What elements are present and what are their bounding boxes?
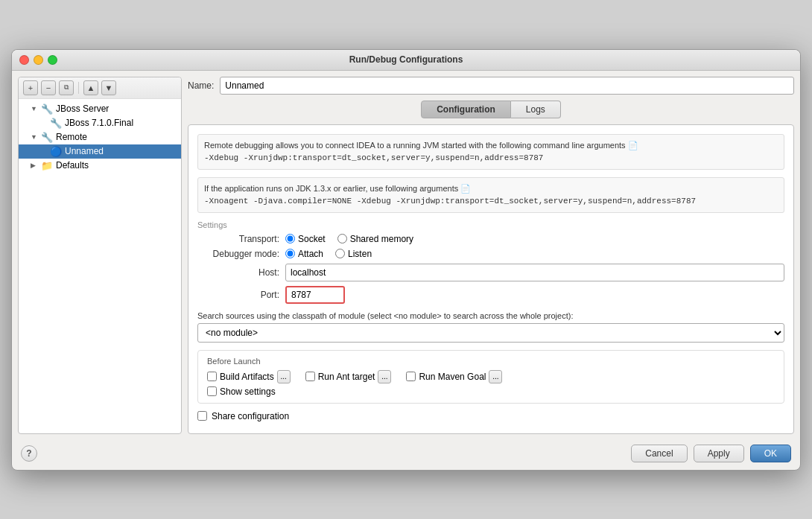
sidebar-item-label: Defaults: [56, 160, 89, 171]
window-title: Run/Debug Configurations: [349, 54, 463, 65]
toolbar-separator: [78, 82, 79, 94]
run-maven-goal-checkbox[interactable]: [406, 372, 416, 381]
transport-sharedmem-radio[interactable]: [337, 234, 347, 243]
show-settings-checkbox[interactable]: [207, 386, 217, 396]
debugger-attach-radio[interactable]: [285, 249, 295, 258]
name-row: Name:: [188, 77, 794, 95]
sidebar-item-remote[interactable]: ▼ 🔧 Remote: [19, 130, 181, 144]
unnamed-icon: 🔵: [50, 146, 62, 157]
debugger-attach-label: Attach: [298, 249, 323, 259]
sidebar-item-label: Unnamed: [65, 146, 104, 156]
build-artifacts-label: Build Artifacts: [220, 372, 274, 382]
tab-configuration[interactable]: Configuration: [421, 101, 511, 118]
build-artifacts-checkbox[interactable]: [207, 372, 217, 381]
settings-label: Settings: [197, 220, 784, 229]
expand-arrow: ▼: [31, 105, 38, 112]
sidebar-item-label: JBoss Server: [56, 104, 109, 114]
cancel-button[interactable]: Cancel: [631, 445, 687, 462]
sidebar-item-jboss-710[interactable]: 🔧 JBoss 7.1.0.Final: [19, 116, 181, 130]
main-panel: Name: Configuration Logs Remote debuggin…: [188, 77, 794, 434]
move-up-button[interactable]: ▲: [83, 80, 98, 95]
tab-logs[interactable]: Logs: [511, 101, 561, 118]
run-ant-target-label: Run Ant target: [318, 372, 375, 382]
maximize-button[interactable]: [48, 55, 57, 65]
action-buttons: Cancel Apply OK: [631, 445, 791, 462]
run-maven-goal-label: Run Maven Goal: [419, 372, 486, 382]
debugger-listen-radio[interactable]: [335, 249, 345, 258]
transport-socket-option[interactable]: Socket: [285, 234, 326, 244]
show-settings-label: Show settings: [220, 386, 276, 397]
tabs-bar: Configuration Logs: [188, 101, 794, 118]
transport-row: Transport: Socket Shared memory: [197, 234, 784, 244]
build-artifacts-item: Build Artifacts ...: [207, 370, 291, 383]
share-config-label: Share configuration: [212, 411, 289, 421]
port-label: Port:: [197, 290, 279, 300]
config-panel: Remote debugging allows you to connect I…: [188, 124, 794, 434]
transport-socket-label: Socket: [298, 234, 326, 244]
info-text-2: If the application runs on JDK 1.3.x or …: [204, 184, 458, 193]
sidebar-toolbar: + − ⧉ ▲ ▼: [19, 77, 181, 99]
run-debug-configurations-window: Run/Debug Configurations + − ⧉ ▲ ▼ ▼ 🔧 J…: [11, 49, 801, 471]
module-select-label: Search sources using the classpath of mo…: [197, 311, 784, 320]
info-text-1: Remote debugging allows you to connect I…: [204, 141, 626, 150]
minimize-button[interactable]: [34, 55, 43, 65]
command-line-2: -Xnoagent -Djava.compiler=NONE -Xdebug -…: [204, 197, 696, 206]
transport-radio-group: Socket Shared memory: [285, 234, 413, 244]
sidebar-item-unnamed[interactable]: 🔵 Unnamed: [19, 144, 181, 159]
port-input[interactable]: [285, 286, 345, 304]
transport-sharedmem-label: Shared memory: [350, 234, 413, 244]
expand-arrow: ▼: [31, 133, 38, 141]
name-input[interactable]: [220, 77, 794, 95]
jboss-710-icon: 🔧: [50, 118, 62, 129]
debugger-mode-radio-group: Attach Listen: [285, 249, 372, 259]
build-artifacts-btn[interactable]: ...: [277, 370, 291, 383]
sidebar-item-label: Remote: [56, 132, 87, 142]
debugger-mode-label: Debugger mode:: [197, 249, 279, 259]
settings-section: Settings Transport: Socket Shared memory: [197, 220, 784, 304]
sidebar-item-jboss-server[interactable]: ▼ 🔧 JBoss Server: [19, 102, 181, 116]
module-select-section: Search sources using the classpath of mo…: [197, 311, 784, 343]
run-ant-target-checkbox[interactable]: [305, 372, 315, 381]
run-ant-target-item: Run Ant target ...: [305, 370, 392, 383]
debugger-listen-label: Listen: [348, 249, 372, 259]
config-tree: ▼ 🔧 JBoss Server 🔧 JBoss 7.1.0.Final ▼ 🔧…: [19, 99, 181, 433]
show-settings-row: Show settings: [207, 386, 775, 397]
transport-socket-radio[interactable]: [285, 234, 295, 243]
main-content: + − ⧉ ▲ ▼ ▼ 🔧 JBoss Server 🔧 JBoss 7.: [12, 71, 800, 440]
debugger-listen-option[interactable]: Listen: [335, 249, 372, 259]
defaults-icon: 📁: [41, 160, 53, 171]
before-launch-section: Before Launch Build Artifacts ... Run An…: [197, 350, 784, 404]
sidebar-item-label: JBoss 7.1.0.Final: [65, 118, 133, 128]
debugger-attach-option[interactable]: Attach: [285, 249, 323, 259]
remote-icon: 🔧: [41, 132, 53, 143]
ok-button[interactable]: OK: [750, 445, 791, 462]
bottom-bar: ? Cancel Apply OK: [12, 440, 800, 470]
jboss-server-icon: 🔧: [41, 104, 53, 115]
move-down-button[interactable]: ▼: [101, 80, 116, 95]
sidebar: + − ⧉ ▲ ▼ ▼ 🔧 JBoss Server 🔧 JBoss 7.: [18, 77, 182, 434]
add-config-button[interactable]: +: [23, 80, 38, 95]
apply-button[interactable]: Apply: [694, 445, 744, 462]
host-row: Host:: [197, 264, 784, 281]
before-launch-title: Before Launch: [207, 357, 775, 366]
transport-label: Transport:: [197, 234, 279, 244]
sidebar-item-defaults[interactable]: ▶ 📁 Defaults: [19, 159, 181, 173]
module-select[interactable]: <no module>: [197, 323, 784, 343]
copy-config-button[interactable]: ⧉: [59, 80, 74, 95]
traffic-lights: [19, 55, 57, 65]
run-ant-target-btn[interactable]: ...: [378, 370, 391, 383]
share-row: Share configuration: [197, 411, 784, 424]
run-maven-goal-item: Run Maven Goal ...: [406, 370, 502, 383]
help-button[interactable]: ?: [21, 445, 37, 462]
name-label: Name:: [188, 80, 214, 91]
launch-items-row: Build Artifacts ... Run Ant target ...: [207, 370, 775, 383]
run-maven-goal-btn[interactable]: ...: [489, 370, 502, 383]
info-box-jdk14: Remote debugging allows you to connect I…: [197, 134, 784, 170]
host-label: Host:: [197, 267, 279, 278]
share-config-checkbox[interactable]: [197, 411, 207, 421]
transport-sharedmem-option[interactable]: Shared memory: [337, 234, 413, 244]
host-input[interactable]: [285, 264, 784, 281]
remove-config-button[interactable]: −: [41, 80, 56, 95]
command-line-1: -Xdebug -Xrunjdwp:transport=dt_socket,se…: [204, 153, 543, 162]
close-button[interactable]: [19, 55, 29, 65]
